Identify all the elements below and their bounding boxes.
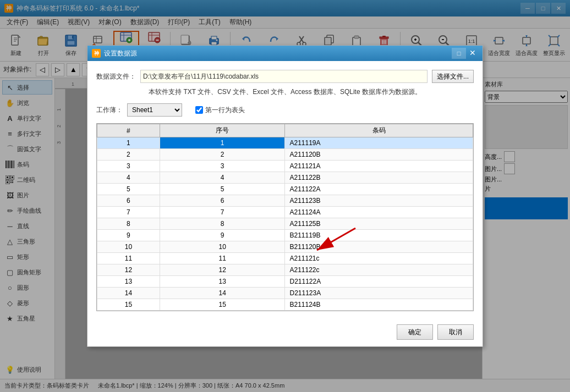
- table-row[interactable]: 1515B211124B: [97, 299, 473, 311]
- cell-hash: 9: [97, 230, 160, 241]
- cell-code: B211120B: [285, 241, 473, 253]
- cell-code: D211122A: [285, 276, 473, 288]
- modal-titlebar: 神 设置数据源 □ ✕: [87, 46, 483, 61]
- cell-code: A211122A: [285, 184, 473, 195]
- cell-seq: 5: [160, 184, 285, 195]
- cell-hash: 2: [97, 149, 160, 161]
- cell-code: A211120B: [285, 149, 473, 161]
- cell-code: A211121c: [285, 253, 473, 264]
- table-row[interactable]: 1010B211120B: [97, 241, 473, 253]
- cell-hash: 11: [97, 253, 160, 264]
- worksheet-row: 工作薄： Sheet1 第一行为表头: [96, 103, 474, 117]
- cell-hash: 4: [97, 172, 160, 184]
- cell-seq: 10: [160, 241, 285, 253]
- cell-hash: 10: [97, 241, 160, 253]
- cell-hash: 12: [97, 264, 160, 276]
- header-checkbox-row: 第一行为表头: [195, 106, 245, 115]
- cancel-button[interactable]: 取消: [437, 324, 474, 340]
- cell-seq: 4: [160, 172, 285, 184]
- col-code-header: 条码: [285, 124, 473, 137]
- cell-hash: 14: [97, 288, 160, 299]
- cell-seq: 13: [160, 276, 285, 288]
- cell-seq: 7: [160, 207, 285, 218]
- cell-seq: 3: [160, 161, 285, 172]
- col-hash-header: #: [97, 124, 160, 137]
- cell-hash: 6: [97, 195, 160, 207]
- cell-seq: 15: [160, 299, 285, 311]
- cell-hash: 7: [97, 207, 160, 218]
- cell-code: A211122c: [285, 264, 473, 276]
- cell-code: B211119B: [285, 230, 473, 241]
- cell-code: A211123B: [285, 195, 473, 207]
- worksheet-select[interactable]: Sheet1: [127, 103, 182, 117]
- cell-seq: 9: [160, 230, 285, 241]
- table-row[interactable]: 22A211120B: [97, 149, 473, 161]
- cell-seq: 14: [160, 288, 285, 299]
- cell-code: B211124B: [285, 299, 473, 311]
- cell-hash: 13: [97, 276, 160, 288]
- modal-body: 数据源文件： 选择文件... 本软件支持 TXT 文件、CSV 文件、Excel…: [87, 61, 483, 320]
- cell-seq: 1: [160, 137, 285, 149]
- table-row[interactable]: 33A211121A: [97, 161, 473, 172]
- cell-seq: 2: [160, 149, 285, 161]
- table-row[interactable]: 66A211123B: [97, 195, 473, 207]
- modal-overlay: 神 设置数据源 □ ✕ 数据源文件： 选择文件... 本软件支持 TXT 文件、…: [0, 0, 570, 392]
- modal-icon: 神: [92, 49, 101, 58]
- cell-hash: 5: [97, 184, 160, 195]
- data-table: # 序号 条码 11A211119A22A211120B33A211121A44…: [97, 124, 473, 311]
- file-row: 数据源文件： 选择文件...: [96, 70, 474, 83]
- cell-hash: 1: [97, 137, 160, 149]
- col-seq-header: 序号: [160, 124, 285, 137]
- file-path-input[interactable]: [140, 70, 428, 83]
- info-text: 本软件支持 TXT 文件、CSV 文件、Excel 文件、Access 数据库、…: [96, 87, 474, 97]
- modal-close-button[interactable]: ✕: [467, 48, 478, 58]
- table-row[interactable]: 55A211122A: [97, 184, 473, 195]
- cell-seq: 8: [160, 218, 285, 230]
- cell-code: A211121A: [285, 161, 473, 172]
- datasource-modal: 神 设置数据源 □ ✕ 数据源文件： 选择文件... 本软件支持 TXT 文件、…: [87, 45, 483, 347]
- table-row[interactable]: 11A211119A: [97, 137, 473, 149]
- file-label: 数据源文件：: [96, 72, 136, 81]
- cell-seq: 12: [160, 264, 285, 276]
- modal-maximize-button[interactable]: □: [452, 48, 466, 59]
- table-row[interactable]: 77A211124A: [97, 207, 473, 218]
- table-row[interactable]: 44A211122B: [97, 172, 473, 184]
- data-table-wrapper: # 序号 条码 11A211119A22A211120B33A211121A44…: [96, 123, 474, 311]
- table-row[interactable]: 1313D211122A: [97, 276, 473, 288]
- cell-hash: 15: [97, 299, 160, 311]
- cell-hash: 3: [97, 161, 160, 172]
- header-checkbox-label: 第一行为表头: [205, 106, 245, 115]
- cell-seq: 6: [160, 195, 285, 207]
- table-row[interactable]: 1414D211123A: [97, 288, 473, 299]
- modal-footer: 确定 取消: [87, 320, 483, 346]
- cell-code: A211124A: [285, 207, 473, 218]
- table-row[interactable]: 88A211125B: [97, 218, 473, 230]
- table-row[interactable]: 99B211119B: [97, 230, 473, 241]
- table-row[interactable]: 1111A211121c: [97, 253, 473, 264]
- ws-label: 工作薄：: [96, 106, 123, 115]
- table-body: 11A211119A22A211120B33A211121A44A211122B…: [97, 137, 473, 311]
- confirm-button[interactable]: 确定: [397, 324, 433, 340]
- choose-file-button[interactable]: 选择文件...: [432, 70, 474, 83]
- cell-code: A211122B: [285, 172, 473, 184]
- modal-title: 设置数据源: [104, 49, 137, 58]
- table-header-row: # 序号 条码: [97, 124, 473, 137]
- cell-code: A211125B: [285, 218, 473, 230]
- cell-code: A211119A: [285, 137, 473, 149]
- cell-code: D211123A: [285, 288, 473, 299]
- cell-seq: 11: [160, 253, 285, 264]
- table-row[interactable]: 1212A211122c: [97, 264, 473, 276]
- cell-hash: 8: [97, 218, 160, 230]
- header-checkbox[interactable]: [195, 106, 203, 114]
